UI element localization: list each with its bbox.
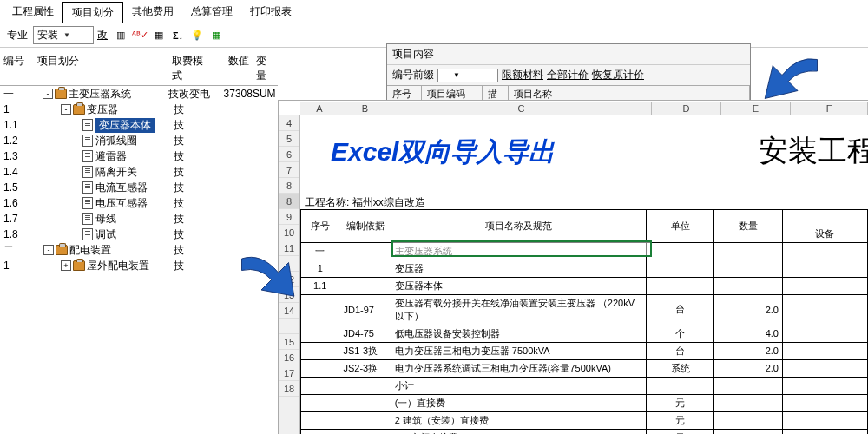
excel-overlay: A B C D E F 4 5 6 7 8 8 9 10 11 12 13 14…: [278, 100, 868, 434]
doc-icon: [82, 119, 93, 131]
collapse-icon[interactable]: -: [43, 89, 53, 99]
price-all-link[interactable]: 全部计价: [547, 68, 589, 82]
calc-icon[interactable]: ▦: [208, 28, 224, 43]
row-id: 1.3: [0, 150, 35, 162]
tree-row[interactable]: 一 -主变压器系统 技改变电 37308 SUM: [0, 86, 278, 102]
rownum[interactable]: 7: [279, 162, 299, 178]
th-seq: 序号: [301, 210, 339, 243]
collapse-icon[interactable]: -: [61, 104, 71, 115]
grid-icon[interactable]: ▦: [151, 28, 167, 43]
hdr-mode: 取费模式: [168, 52, 211, 85]
proj-value: 福州xx综自改造: [352, 196, 425, 208]
row-label: 配电装置: [69, 243, 111, 258]
tree-row[interactable]: 1.4 隔离开关 技: [0, 164, 278, 180]
layout-icon[interactable]: ▥: [113, 28, 128, 43]
prefix-combo[interactable]: ▼: [437, 69, 498, 82]
bulb-icon[interactable]: 💡: [189, 28, 205, 43]
table-row[interactable]: (一）直接费元: [301, 394, 868, 411]
major-combo[interactable]: 安装 ▼: [33, 26, 94, 44]
col-b[interactable]: B: [339, 102, 391, 115]
rownum[interactable]: 15: [279, 334, 299, 350]
rownum[interactable]: 5: [279, 131, 299, 147]
row-label: 电流互感器: [95, 181, 148, 195]
excel-title: Excel双向导入导出: [331, 135, 555, 170]
row-id: 1: [0, 260, 35, 272]
chevron-down-icon: ▼: [63, 31, 70, 39]
col-a[interactable]: A: [300, 102, 339, 115]
tree-row[interactable]: 1.7 母线 技: [0, 211, 278, 227]
tree-row[interactable]: 1 -变压器 技: [0, 102, 278, 117]
excel-table[interactable]: 序号 编制依据 项目名称及规范 单位 数量 设备 一主变压器系统 1变压器 1.…: [300, 209, 868, 434]
table-row[interactable]: 小计: [301, 377, 868, 394]
project-name: 工程名称: 福州xx综自改造: [305, 195, 425, 210]
table-row[interactable]: 2.1 定额直接费元: [301, 429, 868, 434]
table-row[interactable]: 1变压器: [301, 260, 868, 277]
rownum[interactable]: 18: [279, 381, 299, 397]
table-row[interactable]: 2 建筑（安装）直接费元: [301, 411, 868, 429]
tree-row[interactable]: 1.3 避雷器 技: [0, 148, 278, 164]
rownum[interactable]: 10: [279, 225, 299, 240]
row-mode: 技: [174, 259, 217, 273]
tree-header: 编号 项目划分 取费模式 数值 变量: [0, 52, 278, 86]
content-panel: 项目内容 编号前缀 ▼ 限额材料 全部计价 恢复原计价 序号 项目编码 描 项目…: [386, 43, 751, 103]
spellcheck-icon[interactable]: ᴬᴮ✓: [132, 28, 148, 43]
table-row[interactable]: JD1-97变压器有载分接开关在线净油装置安装主变压器 （220kV以下）台2.…: [301, 294, 868, 325]
doc-icon: [82, 135, 93, 147]
table-row[interactable]: JD4-75低电压器设备安装控制器个4.0: [301, 325, 868, 342]
th-equip: 设备: [782, 226, 867, 243]
sigma-icon[interactable]: Σ↓: [170, 28, 186, 43]
rownum-selected[interactable]: 8: [279, 194, 299, 209]
row-mode: 技: [174, 181, 217, 195]
major-label: 专业: [7, 28, 28, 43]
hdr-var: 变量: [253, 52, 278, 85]
tab-print[interactable]: 打印报表: [241, 2, 300, 23]
hdr-id: 编号: [0, 52, 34, 85]
row-label: 隔离开关: [95, 165, 137, 180]
row-mode: 技: [174, 134, 217, 148]
row-mode: 技: [174, 165, 217, 180]
rownum[interactable]: 16: [279, 350, 299, 365]
limit-material-link[interactable]: 限额材料: [502, 68, 543, 82]
th-qty: 数量: [714, 210, 783, 243]
row-label: 主变压器系统: [69, 87, 131, 102]
row-id: 1.1: [0, 119, 35, 131]
rownum[interactable]: 6: [279, 147, 299, 162]
th-basis: 编制依据: [339, 210, 391, 243]
proj-label: 工程名称:: [305, 196, 349, 208]
row-id: 1.7: [0, 213, 35, 225]
table-row[interactable]: JS2-3换电力变压器系统调试三相电力变压器(容量7500kVA)系统2.0: [301, 359, 868, 377]
clipboard-icon: [73, 260, 85, 271]
row-mode: 技改变电: [168, 87, 210, 102]
tree-row[interactable]: 1.2 消弧线圈 技: [0, 133, 278, 148]
restore-price-link[interactable]: 恢复原计价: [592, 68, 644, 82]
table-row[interactable]: JS1-3换电力变压器三相电力变压器 7500kVA台2.0: [301, 342, 868, 359]
panel-title: 项目内容: [392, 47, 434, 62]
tab-proj-prop[interactable]: 工程属性: [3, 2, 62, 23]
table-row[interactable]: 1.1变压器本体: [301, 277, 868, 294]
tab-total[interactable]: 总算管理: [182, 2, 241, 23]
row-label: 调试: [95, 227, 116, 242]
doc-icon: [82, 228, 93, 240]
tab-other-fee[interactable]: 其他费用: [123, 2, 182, 23]
table-row[interactable]: 一主变压器系统: [301, 242, 868, 260]
edit-link[interactable]: 改: [97, 28, 108, 43]
rownum[interactable]: 9: [279, 209, 299, 225]
col-d[interactable]: D: [652, 102, 721, 115]
prefix-label: 编号前缀: [392, 68, 434, 82]
tree-row[interactable]: 1.8 调试 技: [0, 227, 278, 242]
tree-row-selected[interactable]: 1.1 变压器本体 技: [0, 117, 278, 133]
tab-proj-div[interactable]: 项目划分: [62, 2, 123, 23]
th-spare: [782, 210, 867, 226]
tree-row[interactable]: 1.6 电压互感器 技: [0, 195, 278, 211]
hdr-val: 数值: [210, 52, 253, 85]
tree-row[interactable]: 1.5 电流互感器 技: [0, 180, 278, 195]
major-value: 安装: [37, 28, 58, 43]
collapse-icon[interactable]: -: [43, 245, 54, 255]
row-mode: 技: [174, 118, 217, 133]
expand-icon[interactable]: +: [61, 260, 71, 271]
rownum[interactable]: 17: [279, 365, 299, 381]
clipboard-icon: [55, 89, 67, 99]
col-c[interactable]: C: [391, 102, 652, 115]
rownum[interactable]: 4: [279, 115, 299, 131]
rownum[interactable]: 8: [279, 178, 299, 194]
